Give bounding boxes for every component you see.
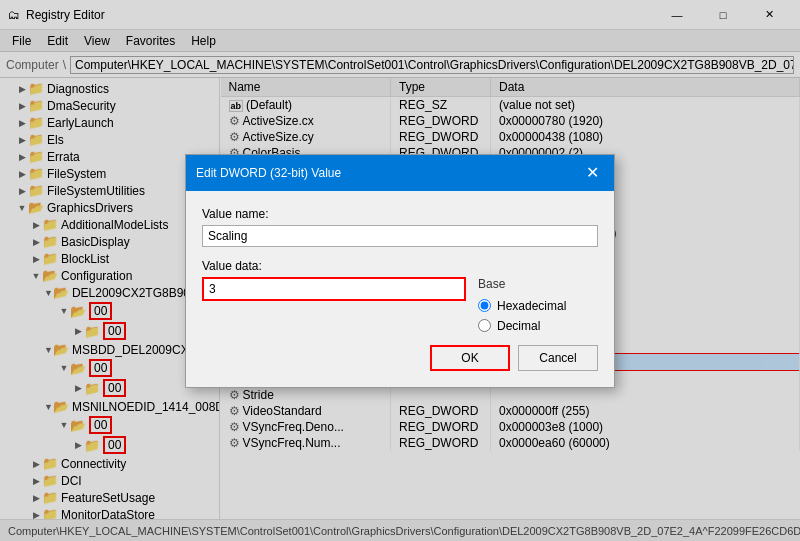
value-data-input[interactable]	[202, 277, 466, 301]
dialog-body: Value name: Value data: Base Hexadecimal…	[186, 191, 614, 387]
base-group: Base Hexadecimal Decimal	[478, 277, 598, 333]
dialog-overlay: Edit DWORD (32-bit) Value ✕ Value name: …	[0, 0, 800, 541]
value-data-label: Value data:	[202, 259, 598, 273]
base-label: Base	[478, 277, 598, 291]
ok-button[interactable]: OK	[430, 345, 510, 371]
dialog-buttons: OK Cancel	[202, 345, 598, 371]
cancel-button[interactable]: Cancel	[518, 345, 598, 371]
radio-dec-label: Decimal	[497, 319, 540, 333]
radio-hex-label: Hexadecimal	[497, 299, 566, 313]
radio-hexadecimal[interactable]: Hexadecimal	[478, 299, 598, 313]
dialog-title: Edit DWORD (32-bit) Value	[196, 166, 341, 180]
edit-dword-dialog: Edit DWORD (32-bit) Value ✕ Value name: …	[185, 154, 615, 388]
value-data-row: Base Hexadecimal Decimal	[202, 277, 598, 333]
radio-decimal[interactable]: Decimal	[478, 319, 598, 333]
dialog-titlebar: Edit DWORD (32-bit) Value ✕	[186, 155, 614, 191]
radio-hex-input[interactable]	[478, 299, 491, 312]
radio-dec-input[interactable]	[478, 319, 491, 332]
dialog-close-button[interactable]: ✕	[580, 161, 604, 185]
value-name-input[interactable]	[202, 225, 598, 247]
value-name-label: Value name:	[202, 207, 598, 221]
